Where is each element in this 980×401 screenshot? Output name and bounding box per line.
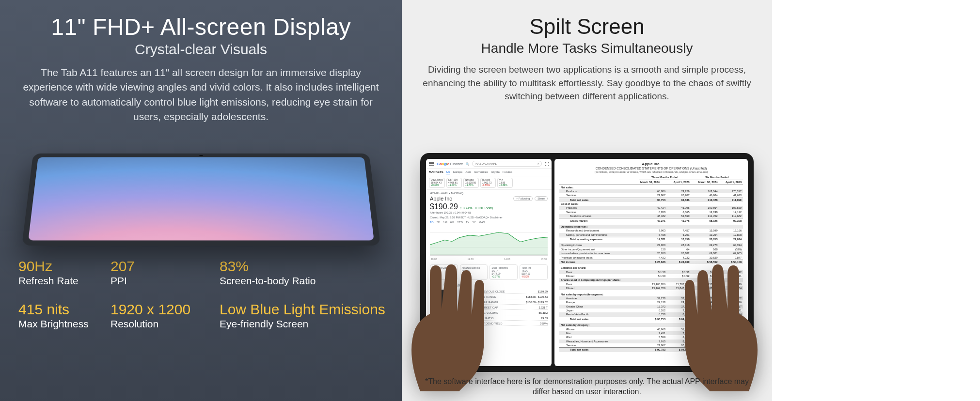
spec-item: 90Hz Refresh Rate bbox=[18, 258, 106, 287]
doc-company: Apple Inc. bbox=[559, 162, 743, 166]
spec-value: 83% bbox=[220, 258, 385, 274]
disclaimer-text: *The software interface here is for demo… bbox=[402, 376, 772, 397]
spec-value: 90Hz bbox=[18, 258, 106, 274]
stock-name: Apple Inc bbox=[430, 196, 452, 201]
spec-item: 83% Screen-to-body Ratio bbox=[220, 258, 385, 287]
spec-value: 415 nits bbox=[18, 301, 106, 317]
split-description: Dividing the screen between two applicat… bbox=[417, 63, 757, 103]
financial-table: Three Months Ended Six Months Ended Marc… bbox=[559, 175, 743, 352]
finance-ticker-row: Dow Jones38,654.42+0.35%S&P 5004,958.61+… bbox=[426, 176, 552, 190]
stock-chart bbox=[430, 226, 548, 256]
spec-label: Resolution bbox=[111, 318, 215, 330]
finance-breadcrumb: HOME › AAPL • NASDAQ bbox=[426, 190, 552, 195]
stock-meta: Closed: May 29, 7:59 PM EDT • USD • NASD… bbox=[426, 216, 552, 221]
doc-subtitle: (In millions, except number of shares, w… bbox=[559, 170, 743, 173]
apps-grid-icon bbox=[545, 162, 549, 166]
chart-x-axis: 10:0012:0014:0016:00 bbox=[426, 258, 552, 262]
spec-item: 207 PPI bbox=[111, 258, 215, 287]
menu-icon bbox=[429, 162, 434, 166]
after-hours: After hours 190.25 ↓ 0.04 (-0.04%) bbox=[426, 211, 552, 216]
spec-item: Low Blue Light Emissions Eye-friendly Sc… bbox=[220, 301, 385, 330]
display-feature-panel: 11" FHD+ All-screen Display Crystal-clea… bbox=[0, 0, 402, 401]
news-tabs: Latest US Indices security bbox=[426, 282, 552, 288]
key-stats: PREVIOUS CLOSE$189.99DAY RANGE$188.58 - … bbox=[480, 290, 548, 365]
doc-title: CONDENSED CONSOLIDATED STATEMENTS OF OPE… bbox=[559, 167, 743, 170]
spec-label: Refresh Rate bbox=[18, 275, 106, 287]
spec-value: Low Blue Light Emissions bbox=[220, 301, 385, 317]
split-pane-document: Apple Inc. CONDENSED CONSOLIDATED STATEM… bbox=[554, 159, 748, 366]
split-pane-finance: GoogleFinance 🔍 NASDAQ: AAPL MARKETSUSEu… bbox=[426, 159, 552, 366]
tablet-split-device: GoogleFinance 🔍 NASDAQ: AAPL MARKETSUSEu… bbox=[420, 153, 754, 372]
display-description: The Tab A11 features an 11" all screen d… bbox=[18, 65, 383, 124]
stock-price: $190.29 ↑ 8.74% +0.30 Today bbox=[426, 202, 552, 211]
follow-pill: + Following bbox=[513, 196, 533, 201]
spec-item: 415 nits Max Brightness bbox=[18, 301, 106, 330]
spec-value: 207 bbox=[111, 258, 215, 274]
display-title: 11" FHD+ All-screen Display bbox=[18, 14, 383, 40]
display-subtitle: Crystal-clear Visuals bbox=[18, 41, 383, 58]
google-finance-logo: GoogleFinance bbox=[437, 162, 463, 166]
tablet-render bbox=[18, 134, 383, 246]
finance-search: NASDAQ: AAPL bbox=[472, 161, 542, 167]
spec-value: 1920 x 1200 bbox=[111, 301, 215, 317]
split-screen-panel: Spilt Screen Handle More Tasks Simultane… bbox=[402, 0, 772, 401]
split-title: Spilt Screen bbox=[417, 15, 757, 39]
spec-item: 1920 x 1200 Resolution bbox=[111, 301, 215, 330]
spec-label: Screen-to-body Ratio bbox=[220, 275, 385, 287]
spec-label: Max Brightness bbox=[18, 318, 106, 330]
split-subtitle: Handle More Tasks Simultaneously bbox=[417, 41, 757, 56]
spec-label: PPI bbox=[111, 275, 215, 287]
specs-grid: 90Hz Refresh Rate207 PPI83% Screen-to-bo… bbox=[18, 258, 383, 330]
search-icon: 🔍 bbox=[466, 162, 469, 166]
share-pill: Share bbox=[535, 196, 548, 201]
spec-label: Eye-friendly Screen bbox=[220, 318, 385, 330]
compare-cards: Microsoft CorpMSFT$414.11+1.56%Amazon.co… bbox=[426, 262, 552, 282]
news-thumbs bbox=[430, 290, 477, 365]
finance-market-nav: MARKETSUSEuropeAsiaCurrenciesCryptoFutur… bbox=[426, 169, 552, 176]
range-tabs: 1D5D1M6MYTD1Y5YMAX bbox=[426, 221, 552, 224]
